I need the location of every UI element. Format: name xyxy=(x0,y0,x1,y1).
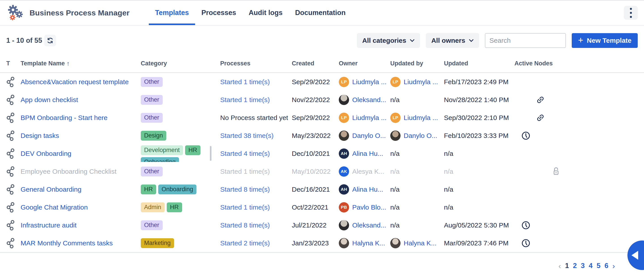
business-process-manager-app: Business Process Manager TemplatesProces… xyxy=(0,0,644,279)
sort-asc-icon: ↑ xyxy=(67,60,70,67)
fab-arrow-icon xyxy=(632,251,638,260)
workflow-icon xyxy=(6,77,15,87)
active-node-link-indicator[interactable] xyxy=(536,95,545,104)
updated-date: Aug/05/2022 5:30 PM xyxy=(444,221,509,229)
pagination-page-2[interactable]: 2 xyxy=(573,262,577,270)
category-cell-scrollbar[interactable] xyxy=(210,146,212,161)
template-name-link[interactable]: MAR Monthly Comments tasks xyxy=(20,239,113,247)
tab-processes[interactable]: Processes xyxy=(195,1,242,25)
user-initials-avatar: LP xyxy=(390,77,400,87)
template-name-link[interactable]: BPM Onboarding - Start here xyxy=(20,114,108,122)
template-name-link[interactable]: General Onboarding xyxy=(20,186,82,193)
processes-count-link[interactable]: Started 8 time(s) xyxy=(220,186,270,193)
user-name-link[interactable]: Danylo O... xyxy=(404,132,437,140)
processes-count-link[interactable]: Started 1 time(s) xyxy=(220,96,270,104)
table-row-9: Infrastructure audit Other Started 8 tim… xyxy=(0,216,644,234)
user-photo-avatar xyxy=(339,131,349,141)
owner-filter-label: All owners xyxy=(431,37,465,44)
person: Halyna K... xyxy=(339,238,385,248)
person: AKAlesya K... xyxy=(339,166,384,177)
template-name-link[interactable]: App down checklist xyxy=(20,96,78,104)
processes-count-link[interactable]: Started 8 time(s) xyxy=(220,221,270,229)
user-name-link[interactable]: Oleksand... xyxy=(352,221,386,229)
column-header-updated: Updated xyxy=(444,60,514,67)
user-name-link[interactable]: Halyna K... xyxy=(352,239,385,247)
table-row-8: Google Chat Migration AdminHR Started 1 … xyxy=(0,198,644,216)
updated-date: Sep/30/2022 2:10 PM xyxy=(444,114,509,122)
person: PBPavlo Blo... xyxy=(339,202,386,212)
pagination-page-4[interactable]: 4 xyxy=(589,262,592,270)
user-initials-avatar: LP xyxy=(339,113,349,123)
category-chips: AdminHR xyxy=(141,202,188,212)
processes-count-link[interactable]: Started 1 time(s) xyxy=(220,203,270,211)
nav-tabs: TemplatesProcessesAudit logsDocumentatio… xyxy=(149,1,352,25)
category-chips: Other xyxy=(141,95,168,105)
workflow-icon xyxy=(6,220,15,230)
tab-documentation[interactable]: Documentation xyxy=(289,1,352,25)
template-name-link[interactable]: Infrastructure audit xyxy=(20,221,76,229)
user-name-link[interactable]: Alina Hu... xyxy=(352,150,383,157)
refresh-button[interactable] xyxy=(44,35,56,46)
category-chip-onboarding: Onboarding xyxy=(141,157,179,162)
result-count: 1 - 10 of 55 xyxy=(6,37,42,45)
person: LPLiudmyla ... xyxy=(390,113,438,123)
column-header-updated_by: Updated by xyxy=(390,60,444,67)
category-chip-other: Other xyxy=(141,77,163,87)
user-name-link[interactable]: Liudmyla ... xyxy=(352,114,386,122)
user-name-link[interactable]: Danylo O... xyxy=(352,132,386,140)
user-name-link[interactable]: Pavlo Blo... xyxy=(352,203,386,211)
created-date: Oct/22/2021 xyxy=(292,203,328,211)
link-icon xyxy=(534,112,547,124)
lock-open-icon xyxy=(552,167,560,176)
pagination-page-6[interactable]: 6 xyxy=(604,262,608,270)
workflow-icon xyxy=(6,184,15,195)
template-name-link[interactable]: Google Chat Migration xyxy=(20,203,88,211)
processes-count-link[interactable]: Started 2 time(s) xyxy=(220,239,270,247)
user-name-link[interactable]: Alina Hu... xyxy=(352,186,383,193)
column-header-name[interactable]: Template Name↑ xyxy=(20,60,141,67)
template-name-link[interactable]: Absence&Vacation request template xyxy=(20,78,129,86)
clock-icon xyxy=(521,238,530,248)
user-name-link[interactable]: Oleksand... xyxy=(352,96,386,104)
owner-filter-dropdown[interactable]: All owners xyxy=(426,33,479,48)
template-name-link[interactable]: Design tasks xyxy=(20,132,59,140)
template-name-link: Employee Onboarding Checklist xyxy=(20,168,116,175)
new-template-button[interactable]: + New Template xyxy=(572,33,638,48)
user-photo-avatar xyxy=(339,95,349,105)
tab-audit-logs[interactable]: Audit logs xyxy=(242,1,289,25)
user-name-link[interactable]: Halyna K... xyxy=(404,239,436,247)
user-initials-avatar: AH xyxy=(339,148,349,159)
category-filter-dropdown[interactable]: All categories xyxy=(357,33,420,48)
person: AHAlina Hu... xyxy=(339,148,383,159)
active-node-link-indicator[interactable] xyxy=(536,113,545,122)
pagination-page-5[interactable]: 5 xyxy=(596,262,600,270)
overflow-menu-button[interactable] xyxy=(624,6,638,20)
active-node-clock-indicator[interactable] xyxy=(521,220,530,230)
user-name-link[interactable]: Liudmyla ... xyxy=(404,114,438,122)
pagination-page-3[interactable]: 3 xyxy=(581,262,585,270)
person: AHAlina Hu... xyxy=(339,184,383,195)
tab-templates[interactable]: Templates xyxy=(149,1,195,25)
user-name-link[interactable]: Liudmyla ... xyxy=(404,78,438,86)
category-chips: Marketing xyxy=(141,238,180,248)
processes-count-link[interactable]: Started 1 time(s) xyxy=(220,78,270,86)
not-available-text: n/a xyxy=(390,150,400,157)
person: Halyna K... xyxy=(390,238,436,248)
not-available-text: n/a xyxy=(390,186,400,193)
user-name-link[interactable]: Liudmyla ... xyxy=(352,78,386,86)
pagination-next-button[interactable]: › xyxy=(612,262,615,269)
column-label: Created xyxy=(292,60,314,67)
created-date: Dec/16/2021 xyxy=(292,186,330,193)
category-chip-onboarding: Onboarding xyxy=(158,184,196,194)
active-node-lock-indicator[interactable] xyxy=(552,167,560,176)
processes-count-link[interactable]: Started 38 time(s) xyxy=(220,132,274,140)
search-input[interactable] xyxy=(490,37,576,44)
chevron-down-icon xyxy=(410,39,415,42)
active-node-clock-indicator[interactable] xyxy=(521,131,530,140)
processes-count-link[interactable]: Started 4 time(s) xyxy=(220,150,270,157)
template-name-link[interactable]: DEV Onboarding xyxy=(20,150,72,157)
updated-date: Mar/09/2023 7:46 PM xyxy=(444,239,508,247)
active-node-clock-indicator[interactable] xyxy=(521,238,530,248)
column-label: Updated xyxy=(444,60,468,67)
pagination-page-1: 1 xyxy=(565,262,569,270)
